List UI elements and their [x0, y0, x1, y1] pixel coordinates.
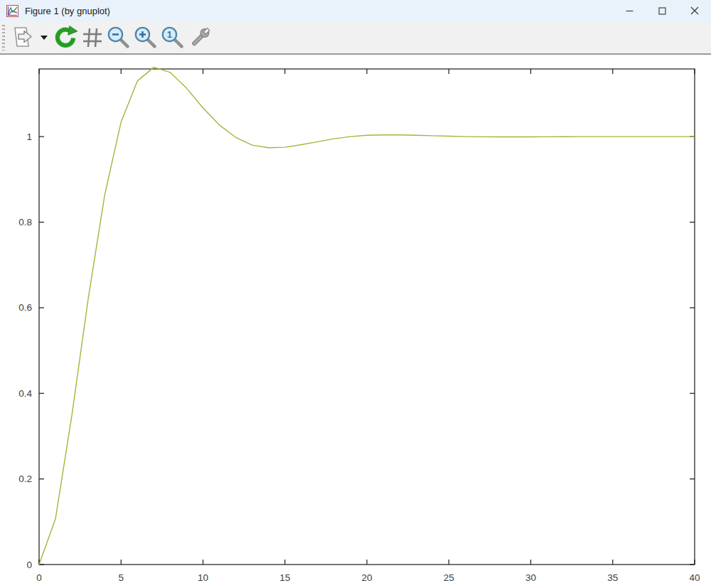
y-tick-label: 0.2	[18, 474, 32, 484]
magnifier-1-icon: 1	[161, 26, 185, 50]
plot-canvas: 051015202530354000.20.40.60.81	[0, 56, 711, 588]
x-tick-label: 20	[361, 572, 372, 583]
x-tick-label: 35	[607, 572, 618, 583]
close-icon	[690, 6, 699, 15]
zoom-reset-glyph: 1	[167, 30, 172, 40]
y-tick-label: 1	[26, 132, 32, 142]
toggle-grid-button[interactable]	[81, 23, 104, 53]
close-button[interactable]	[678, 0, 711, 21]
window-title: Figure 1 (by gnuplot)	[25, 6, 110, 16]
y-tick-label: 0.6	[18, 302, 32, 313]
grid-icon	[81, 26, 104, 49]
x-tick-label: 40	[689, 572, 700, 583]
x-tick-label: 15	[279, 572, 290, 583]
title-bar[interactable]: Figure 1 (by gnuplot)	[0, 0, 711, 21]
maximize-button[interactable]	[646, 0, 678, 21]
export-options-button[interactable]	[38, 23, 50, 53]
zoom-out-button[interactable]	[107, 23, 131, 53]
maximize-icon	[658, 7, 666, 15]
wrench-icon	[188, 26, 212, 50]
caret-down-icon	[41, 36, 48, 40]
zoom-reset-button[interactable]: 1	[161, 23, 185, 53]
export-plot-button[interactable]	[10, 23, 36, 53]
replot-button[interactable]	[53, 23, 78, 53]
magnifier-minus-icon	[107, 26, 131, 50]
x-tick-label: 10	[198, 572, 208, 583]
window-controls	[613, 0, 711, 21]
refresh-arrow-icon	[53, 25, 78, 50]
x-tick-label: 30	[525, 572, 536, 583]
y-tick-label: 0	[26, 560, 32, 570]
x-tick-label: 5	[118, 572, 124, 583]
magnifier-plus-icon	[134, 26, 158, 50]
plot-area[interactable]: 051015202530354000.20.40.60.81	[0, 56, 711, 588]
x-tick-label: 0	[36, 572, 42, 583]
export-document-arrow-icon	[10, 26, 36, 50]
plot-border	[39, 69, 695, 565]
toolbar: 1	[0, 21, 711, 55]
toolbar-grip-handle[interactable]	[2, 25, 5, 50]
y-tick-label: 0.8	[18, 217, 32, 228]
gnuplot-window-icon[interactable]	[6, 5, 18, 17]
series-line-step-response	[39, 68, 695, 565]
settings-button[interactable]	[188, 23, 212, 53]
minimize-button[interactable]	[613, 0, 646, 21]
x-tick-label: 25	[444, 572, 454, 583]
zoom-in-button[interactable]	[134, 23, 158, 53]
minimize-icon	[626, 7, 634, 15]
y-tick-label: 0.4	[18, 388, 32, 399]
